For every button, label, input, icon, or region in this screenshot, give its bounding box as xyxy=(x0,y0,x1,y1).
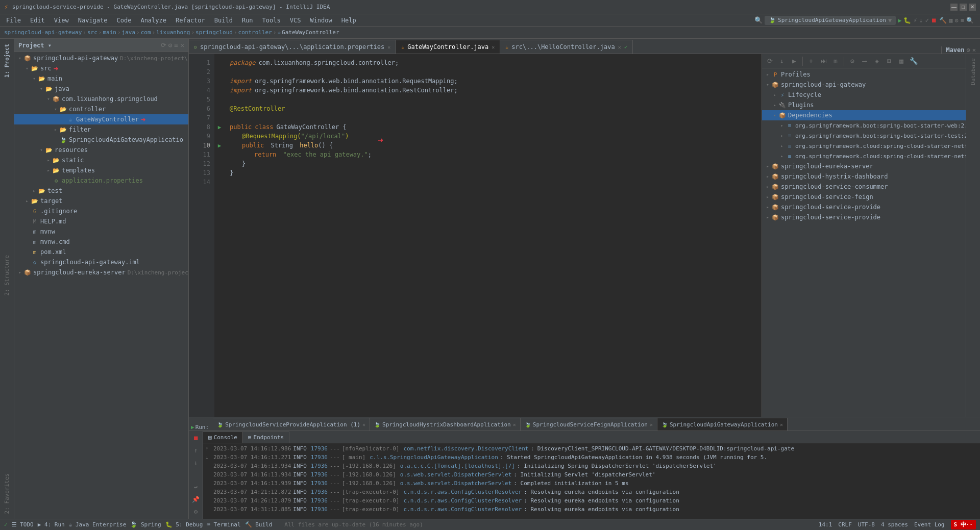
tab-hello[interactable]: ☕ src\...\HelloController.java ✕ ✓ xyxy=(500,40,633,54)
console-settings-btn[interactable]: ⚙ xyxy=(191,507,201,517)
maven-item-feign[interactable]: ▸ 📦 springcloud-service-feign xyxy=(762,192,966,202)
close-button[interactable]: ✕ xyxy=(969,4,976,11)
git-update-icon[interactable]: ↓ xyxy=(919,16,923,24)
menu-analyze[interactable]: Analyze xyxy=(136,16,170,25)
run-tab-close-2[interactable]: ✕ xyxy=(513,422,516,427)
run-tab-gateway[interactable]: 🍃 SpringcloudApiGatewayApplication ✕ xyxy=(657,418,788,431)
project-config-icon[interactable]: ⚙ xyxy=(168,41,173,49)
status-indent[interactable]: 4 spaces xyxy=(881,521,908,528)
run-tab-feign[interactable]: 🍃 SpringcloudServiceFeignApplication ✕ xyxy=(521,418,657,431)
maven-settings-btn2[interactable]: ⚙ xyxy=(847,56,858,67)
coverage-icon[interactable]: ▦ xyxy=(949,17,952,24)
tree-item-controller[interactable]: ▾ 📂 controller xyxy=(14,104,188,114)
breadcrumb-com[interactable]: com xyxy=(141,29,151,36)
maven-run-btn[interactable]: ▶ xyxy=(789,56,800,67)
maven-dep-3[interactable]: ▸ ≡ org.springframework.cloud:spring-clo… xyxy=(762,141,966,151)
run-tab-provide[interactable]: 🍃 SpringcloudServiceProvideApplication (… xyxy=(213,418,370,431)
tree-item-target[interactable]: ▸ 📂 target xyxy=(14,196,188,206)
tab-gwc[interactable]: ☕ GateWayController.java ✕ xyxy=(396,40,500,54)
maven-item-provide1[interactable]: ▸ 📦 springcloud-service-provide xyxy=(762,202,966,212)
run-gutter-10[interactable]: ▶ xyxy=(214,141,225,150)
tree-item-helpmd[interactable]: M HELP.md xyxy=(14,216,188,226)
maven-item-eureka[interactable]: ▸ 📦 springcloud-eureka-server xyxy=(762,161,966,171)
maven-diagram-btn[interactable]: ◈ xyxy=(871,56,883,67)
maven-collapse-btn[interactable]: ▦ xyxy=(896,56,907,67)
menu-refactor[interactable]: Refactor xyxy=(172,16,209,25)
project-gear-icon[interactable]: ≡ xyxy=(174,41,178,49)
tree-item-iml[interactable]: ◇ springcloud-api-gateway.iml xyxy=(14,257,188,267)
pin-btn[interactable]: 📌 xyxy=(191,494,201,504)
scroll-down-btn[interactable]: ↓ xyxy=(191,458,201,468)
status-todo[interactable]: ☰ TODO xyxy=(12,521,34,528)
tree-item-main[interactable]: ▾ 📂 main xyxy=(14,73,188,84)
status-event-log[interactable]: Event Log xyxy=(914,521,945,528)
menu-code[interactable]: Code xyxy=(113,16,136,25)
status-java-enterprise[interactable]: ☕ Java Enterprise xyxy=(69,521,127,528)
maven-item-gateway[interactable]: ▾ 📦 springcloud-api-gateway xyxy=(762,80,966,90)
menu-file[interactable]: File xyxy=(2,16,25,25)
maven-item-profiles[interactable]: ▸ P Profiles xyxy=(762,69,966,80)
tree-item-test[interactable]: ▸ 📂 test xyxy=(14,186,188,196)
maven-dep-2[interactable]: ▸ ≡ org.springframework.boot:spring-boot… xyxy=(762,131,966,141)
status-encoding[interactable]: UTF-8 xyxy=(858,521,875,528)
maven-item-deps[interactable]: ▾ 📦 Dependencies xyxy=(762,110,966,120)
stop-icon[interactable]: ⏹ xyxy=(931,17,937,24)
menu-view[interactable]: View xyxy=(50,16,73,25)
project-tool-btn[interactable]: 1: Project xyxy=(3,41,11,81)
console-subtab-console[interactable]: ▤ Console xyxy=(203,432,243,443)
tree-item-package[interactable]: ▾ 📦 com.lixuanhong.springcloud xyxy=(14,94,188,104)
menu-run[interactable]: Run xyxy=(238,16,257,25)
breadcrumb-classname[interactable]: GateWayController xyxy=(282,29,339,36)
tab-close-hello[interactable]: ✕ xyxy=(618,44,621,50)
git-commit-icon[interactable]: ✓ xyxy=(925,16,929,24)
menu-navigate[interactable]: Navigate xyxy=(74,16,112,25)
status-run[interactable]: ▶ 4: Run xyxy=(38,521,65,528)
tree-item-mvnw[interactable]: m mvnw xyxy=(14,226,188,237)
run-gutter-8[interactable]: ▶ xyxy=(214,122,225,132)
tree-item-java[interactable]: ▾ 📂 java xyxy=(14,84,188,94)
maven-skip-btn[interactable]: ⏭ xyxy=(818,56,829,67)
run-tab-close-4[interactable]: ✕ xyxy=(780,422,783,427)
status-crlf[interactable]: CRLF xyxy=(838,521,852,528)
scroll-up-btn[interactable]: ↑ xyxy=(191,445,201,456)
code-content[interactable]: package com.lixuanhong.springcloud.contr… xyxy=(225,54,762,417)
breadcrumb-springcloud[interactable]: springcloud xyxy=(195,29,233,36)
tree-item-filter[interactable]: ▸ 📂 filter xyxy=(14,124,188,135)
profile-icon[interactable]: ⚡ xyxy=(913,17,917,24)
maven-expand-btn[interactable]: 🔧 xyxy=(908,56,919,67)
tab-appprops[interactable]: ⚙ springcloud-api-gateway\...\applicatio… xyxy=(189,40,396,54)
maven-download-btn[interactable]: ↓ xyxy=(776,56,788,67)
tree-item-mvnwcmd[interactable]: m mvnw.cmd xyxy=(14,237,188,247)
tree-item-eureka[interactable]: ▸ 📦 springcloud-eureka-server D:\xinchen… xyxy=(14,267,188,277)
run-tab-close-1[interactable]: ✕ xyxy=(362,422,365,427)
tree-item-templates[interactable]: ▸ 📂 templates xyxy=(14,165,188,175)
tree-item-gatewaycontroller[interactable]: ☕ GateWayController ➜ xyxy=(14,114,188,124)
status-build[interactable]: 🔨 Build xyxy=(245,521,273,528)
tab-close-appprops[interactable]: ✕ xyxy=(387,44,390,50)
structure-tool-btn[interactable]: 2: Structure xyxy=(3,252,11,298)
menu-vcs[interactable]: VCS xyxy=(286,16,305,25)
tree-item-app[interactable]: 🍃 SpringcloudApiGatewayApplicatio xyxy=(14,135,188,145)
maximize-button[interactable]: □ xyxy=(960,4,967,11)
maven-item-provide2[interactable]: ▸ 📦 springcloud-service-provide xyxy=(762,212,966,222)
breadcrumb-controller[interactable]: controller xyxy=(238,29,272,36)
code-editor[interactable]: 1 2 3 4 5 6 7 8 9 10 11 12 13 14 xyxy=(189,54,762,417)
tree-item-src[interactable]: ▾ 📂 src ➜ xyxy=(14,63,188,73)
stop-run-btn[interactable]: ⏹ xyxy=(191,433,201,443)
menu-tools[interactable]: Tools xyxy=(258,16,285,25)
maven-item-plugins[interactable]: ▸ 🔌 Plugins xyxy=(762,100,966,110)
maven-filter-btn[interactable]: ⊞ xyxy=(884,56,895,67)
database-tool-btn[interactable]: Database xyxy=(969,56,977,87)
favorites-tool-btn[interactable]: 2: Favorites xyxy=(3,470,11,517)
settings-icon[interactable]: ⚙ xyxy=(955,17,959,24)
breadcrumb-src[interactable]: src xyxy=(87,29,97,36)
status-position[interactable]: 14:1 xyxy=(819,521,832,528)
minimize-button[interactable]: — xyxy=(950,4,958,11)
more-icon[interactable]: ≡ xyxy=(961,17,964,24)
maven-dep-1[interactable]: ▸ ≡ org.springframework.boot:spring-boot… xyxy=(762,120,966,131)
maven-thread-btn[interactable]: ⟶ xyxy=(859,56,870,67)
run-tab-hystrix[interactable]: 🍃 SpringcloudHystrixDashboardApplication… xyxy=(370,418,521,431)
tree-item-resources[interactable]: ▾ 📂 resources xyxy=(14,145,188,155)
maven-settings-icon[interactable]: ⚙ xyxy=(967,46,970,54)
run-icon[interactable]: ▶ xyxy=(898,17,901,24)
